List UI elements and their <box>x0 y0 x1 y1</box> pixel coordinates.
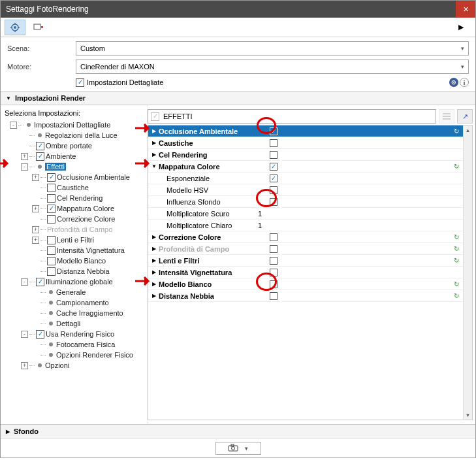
expand-icon[interactable]: ▶ <box>151 269 157 275</box>
tree-checkbox[interactable]: ✓ <box>36 152 44 161</box>
tree-item[interactable]: +✓Ambiente <box>5 151 144 161</box>
tree-checkbox[interactable] <box>47 257 56 265</box>
list-row[interactable]: Modello HSV <box>148 184 463 196</box>
tree-checkbox[interactable] <box>47 246 56 255</box>
tree-checkbox[interactable]: ✓ <box>36 278 44 286</box>
sfondo-section[interactable]: ▶ Sfondo <box>1 424 475 438</box>
tree-item[interactable]: Fotocamera Fisica <box>5 339 144 350</box>
reset-icon[interactable]: ↻ <box>454 127 459 135</box>
tree-item[interactable]: Campionamento <box>5 297 144 308</box>
list-row[interactable]: ▶Correzione Colore↻ <box>148 231 463 243</box>
list-row[interactable]: Moltiplicatore Chiaro1 <box>148 220 463 231</box>
tree-item[interactable]: Correzione Colore <box>5 214 144 224</box>
expand-icon[interactable]: + <box>32 226 39 233</box>
list-checkbox[interactable]: ✓ <box>270 175 278 182</box>
list-row[interactable]: ▼Mappatura Colore✓↻ <box>148 161 463 173</box>
tree-item[interactable]: -✓Usa Rendering Fisico <box>5 329 144 339</box>
expand-icon[interactable]: ▶ <box>151 293 157 299</box>
output-tab-icon[interactable] <box>28 20 49 35</box>
list-checkbox[interactable] <box>270 292 278 300</box>
tree-checkbox[interactable] <box>47 215 56 224</box>
expand-icon[interactable]: ▶ <box>151 152 157 158</box>
tree-item[interactable]: Caustiche <box>5 182 144 193</box>
list-checkbox[interactable] <box>270 186 278 194</box>
expand-right-icon[interactable]: ▶ <box>451 20 471 35</box>
tree-item[interactable]: Distanza Nebbia <box>5 266 144 276</box>
list-row[interactable]: Moltiplicatore Scuro1 <box>148 208 463 220</box>
list-row[interactable]: ▶Profondità di Campo↻ <box>148 243 463 255</box>
tree-item[interactable]: +Opzioni <box>5 360 144 371</box>
collapse-icon[interactable]: - <box>21 163 28 171</box>
list-checkbox[interactable]: ✓ <box>270 127 278 135</box>
collapse-icon[interactable]: - <box>21 278 28 286</box>
collapse-icon[interactable]: ▼ <box>151 163 157 169</box>
tree-item[interactable]: +✓Occlusione Ambientale <box>5 172 144 182</box>
list-value[interactable]: 1 <box>251 210 278 218</box>
list-checkbox[interactable]: ✓ <box>270 163 278 171</box>
info-icon[interactable]: ⊙ <box>449 78 458 87</box>
render-settings-header[interactable]: ▼ Impostazioni Render <box>1 91 475 105</box>
tree-item[interactable]: Opzioni Renderer Fisico <box>5 350 144 360</box>
info-i-icon[interactable]: i <box>460 78 469 87</box>
list-checkbox[interactable] <box>270 139 278 147</box>
list-value[interactable]: 1 <box>251 222 278 229</box>
reset-icon[interactable]: ↻ <box>454 280 459 288</box>
collapse-icon[interactable]: - <box>21 331 28 338</box>
tree-item[interactable]: +✓Mappatura Colore <box>5 203 144 214</box>
expand-icon[interactable]: + <box>21 362 28 369</box>
collapse-icon[interactable]: - <box>10 122 17 129</box>
tree-checkbox[interactable]: ✓ <box>47 205 56 213</box>
close-button[interactable]: ✕ <box>456 1 475 18</box>
tree-checkbox[interactable] <box>47 236 56 244</box>
tree-checkbox[interactable]: ✓ <box>36 142 44 150</box>
list-row[interactable]: ▶Occlusione Ambientale✓↻ <box>148 125 463 137</box>
list-checkbox[interactable] <box>270 151 278 159</box>
tree-checkbox[interactable]: ✓ <box>47 173 56 182</box>
scena-select[interactable]: Custom ▾ <box>76 41 469 56</box>
tree-item[interactable]: Regolazioni della Luce <box>5 130 144 141</box>
list-row[interactable]: ▶Cel Rendering <box>148 149 463 161</box>
expand-icon[interactable]: ▶ <box>151 140 157 146</box>
expand-icon[interactable]: ▶ <box>151 281 157 287</box>
reset-icon[interactable]: ↻ <box>454 163 459 170</box>
tree-item[interactable]: +Profondità di Campo <box>5 224 144 235</box>
tree-item[interactable]: +Lenti e Filtri <box>5 235 144 245</box>
tree-item[interactable]: Intensità Vignettatura <box>5 245 144 256</box>
expand-icon[interactable]: + <box>32 174 39 181</box>
tree-item[interactable]: Dettagli <box>5 318 144 329</box>
tree-item[interactable]: -Impostazioni Dettagliate <box>5 120 144 130</box>
list-checkbox[interactable] <box>270 233 278 241</box>
list-checkbox[interactable] <box>270 245 278 253</box>
list-row[interactable]: ▶Lenti e Filtri↻ <box>148 255 463 267</box>
expand-icon[interactable]: + <box>32 205 39 212</box>
settings-tab-icon[interactable] <box>5 20 25 35</box>
expand-icon[interactable]: + <box>32 237 39 244</box>
export-icon-button[interactable]: ↗ <box>457 109 473 124</box>
list-checkbox[interactable] <box>270 269 278 276</box>
dettagliate-checkbox[interactable]: ✓ <box>76 78 84 87</box>
list-row[interactable]: ▶Caustiche <box>148 137 463 149</box>
list-row[interactable]: Influenza Sfondo <box>148 196 463 208</box>
tree-item[interactable]: -✓Illuminazione globale <box>5 276 144 287</box>
tree-item[interactable]: Cache Irraggiamento <box>5 308 144 318</box>
tree-item[interactable]: Generale <box>5 287 144 297</box>
reset-icon[interactable]: ↻ <box>454 292 459 299</box>
scroll-down[interactable]: ▼ <box>464 410 472 420</box>
list-row[interactable]: ▶Intensità Vignettatura <box>148 267 463 278</box>
tree-item[interactable]: Modello Bianco <box>5 256 144 266</box>
expand-icon[interactable]: ▶ <box>151 246 157 252</box>
reset-icon[interactable]: ↻ <box>454 245 459 252</box>
tree-checkbox[interactable]: ✓ <box>36 330 44 339</box>
list-checkbox[interactable] <box>270 198 278 206</box>
render-button[interactable]: ▾ <box>215 442 261 455</box>
list-row[interactable]: ▶Modello Bianco↻ <box>148 278 463 290</box>
tree-checkbox[interactable] <box>47 184 56 192</box>
reset-icon[interactable]: ↻ <box>454 233 459 241</box>
list-checkbox[interactable] <box>270 280 278 288</box>
tree-item[interactable]: -Effetti <box>5 161 144 172</box>
expand-icon[interactable]: ▶ <box>151 234 157 240</box>
tree-item[interactable]: Cel Rendering <box>5 193 144 203</box>
motore-select[interactable]: CineRender di MAXON ▾ <box>76 59 469 74</box>
tree-checkbox[interactable] <box>47 194 56 203</box>
tree-item[interactable]: ✓Ombre portate <box>5 141 144 151</box>
